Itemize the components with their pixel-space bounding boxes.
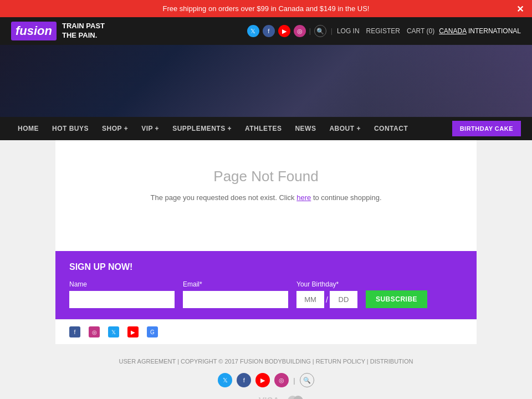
nav-home[interactable]: HOME	[11, 117, 45, 140]
nav-vip[interactable]: VIP +	[135, 117, 166, 140]
page-not-found-message: The page you requested does not exist. C…	[72, 193, 460, 202]
footer-youtube-icon[interactable]: ▶	[127, 326, 139, 337]
birthday-cake-button[interactable]: BIRTHDAY CAKE	[452, 121, 521, 136]
footer-twitter-icon[interactable]: 𝕏	[108, 326, 119, 337]
announcement-text: Free shipping on orders over $99 in Cana…	[163, 4, 370, 13]
divider2: |	[331, 27, 332, 35]
search-icon[interactable]: 🔍	[314, 25, 326, 37]
payment-icons: PayPal VISA	[11, 396, 521, 399]
footer-social-twitter[interactable]: 𝕏	[218, 373, 232, 387]
international-label: INTERNATIONAL	[468, 27, 521, 35]
footer-social-facebook[interactable]: f	[237, 373, 251, 387]
page-not-found-title: Page Not Found	[72, 168, 460, 185]
name-input[interactable]	[69, 291, 175, 308]
register-link[interactable]: REGISTER	[366, 27, 400, 35]
nav-news[interactable]: NEWS	[288, 117, 323, 140]
birthday-dd-input[interactable]	[330, 291, 357, 308]
tagline-line1: TRAIN PAST	[62, 22, 105, 31]
email-label: Email*	[183, 280, 288, 288]
user-agreement-link[interactable]: USER AGREEMENT	[119, 358, 176, 365]
footer-social-search[interactable]: 🔍	[300, 373, 314, 387]
copyright-text: COPYRIGHT © 2017 FUSION BODYBUILDING	[181, 358, 311, 365]
name-field-group: Name	[69, 280, 175, 308]
subscribe-button[interactable]: SUBSCRIBE	[366, 290, 427, 308]
hero-image	[366, 45, 532, 117]
tagline-line2: THE PAIN.	[62, 31, 105, 40]
nav-links: HOME HOT BUYS SHOP + VIP + SUPPLEMENTS +…	[11, 117, 415, 140]
birthday-inputs: /	[296, 291, 357, 308]
youtube-icon[interactable]: ▶	[278, 25, 290, 37]
header-social-icons: 𝕏 f ▶ ◎ | 🔍	[247, 25, 326, 37]
nav-athletes[interactable]: ATHLETES	[238, 117, 288, 140]
return-policy-link[interactable]: RETURN POLICY	[316, 358, 365, 365]
canada-label[interactable]: CANADA	[439, 27, 466, 35]
nav-about[interactable]: ABOUT +	[323, 117, 367, 140]
footer-google-icon[interactable]: G	[147, 326, 158, 337]
footer-links: USER AGREEMENT | COPYRIGHT © 2017 FUSION…	[11, 358, 521, 365]
here-link[interactable]: here	[296, 193, 311, 202]
paypal-icon: PayPal	[227, 397, 250, 400]
logo-icon: fusion	[11, 22, 57, 40]
footer-social-icons: 𝕏 f ▶ ◎ | 🔍	[11, 373, 521, 387]
footer-social-divider: |	[293, 376, 295, 385]
footer-instagram-icon[interactable]: ◎	[89, 326, 100, 337]
name-label: Name	[69, 280, 175, 288]
facebook-icon[interactable]: f	[263, 25, 275, 37]
mastercard-icon	[288, 396, 305, 399]
announcement-bar: Free shipping on orders over $99 in Cana…	[0, 0, 532, 17]
cart-link[interactable]: CART (0)	[407, 27, 434, 35]
signup-form: Name Email* Your Birthday* / SUBSCRIBE	[69, 280, 463, 308]
nav-shop[interactable]: SHOP +	[95, 117, 135, 140]
logo-tagline: TRAIN PAST THE PAIN.	[62, 22, 105, 40]
nav-contact[interactable]: CONTACT	[367, 117, 415, 140]
footer-facebook-icon[interactable]: f	[69, 326, 80, 337]
email-field-group: Email*	[183, 280, 288, 308]
header-right: 𝕏 f ▶ ◎ | 🔍 | LOG IN REGISTER CART (0) C…	[247, 25, 521, 37]
social-footer-bar: f ◎ 𝕏 ▶ G	[55, 319, 477, 344]
birthday-mm-input[interactable]	[296, 291, 324, 308]
message-after: to continue shopping.	[313, 193, 382, 202]
country-selector: CANADA INTERNATIONAL	[439, 27, 521, 35]
footer-social-instagram[interactable]: ◎	[274, 373, 289, 387]
login-link[interactable]: LOG IN	[337, 27, 360, 35]
distribution-link[interactable]: DISTRIBUTION	[370, 358, 413, 365]
close-announcement-button[interactable]: ✕	[516, 3, 524, 14]
header: fusion TRAIN PAST THE PAIN. 𝕏 f ▶ ◎ | 🔍 …	[0, 17, 532, 45]
main-nav: HOME HOT BUYS SHOP + VIP + SUPPLEMENTS +…	[0, 117, 532, 140]
nav-supplements[interactable]: SUPPLEMENTS +	[166, 117, 238, 140]
hero-banner	[0, 45, 532, 117]
mc-right-circle	[293, 396, 303, 399]
instagram-icon[interactable]: ◎	[294, 25, 306, 37]
twitter-icon[interactable]: 𝕏	[247, 25, 259, 37]
divider: |	[309, 27, 311, 35]
footer-social-youtube[interactable]: ▶	[255, 373, 270, 387]
birthday-label: Your Birthday*	[296, 280, 357, 288]
logo-area: fusion TRAIN PAST THE PAIN.	[11, 22, 105, 40]
message-before: The page you requested does not exist. C…	[150, 193, 294, 202]
page-not-found: Page Not Found The page you requested do…	[72, 157, 460, 218]
logo-icon-text: fusion	[16, 24, 52, 38]
email-input[interactable]	[183, 291, 288, 308]
visa-icon: VISA	[259, 396, 279, 399]
nav-hot-buys[interactable]: HOT BUYS	[45, 117, 95, 140]
signup-title: SIGN UP NOW!	[69, 262, 463, 272]
main-content: Page Not Found The page you requested do…	[55, 140, 477, 251]
birthday-field-group: Your Birthday* /	[296, 280, 357, 308]
birthday-separator: /	[326, 295, 328, 304]
header-links: LOG IN REGISTER CART (0)	[337, 27, 434, 35]
signup-section: SIGN UP NOW! Name Email* Your Birthday* …	[55, 251, 477, 319]
hero-background	[0, 45, 532, 117]
footer: USER AGREEMENT | COPYRIGHT © 2017 FUSION…	[0, 344, 532, 399]
